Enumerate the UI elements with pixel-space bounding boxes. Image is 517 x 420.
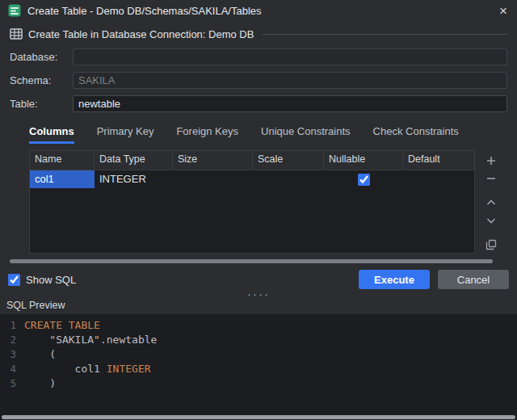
editor-scrollbar-thumb[interactable] xyxy=(2,415,515,419)
columns-grid: Name Data Type Size Scale Nullable Defau… xyxy=(29,150,475,254)
editor-horizontal-scrollbar xyxy=(0,414,517,420)
columns-grid-area: Name Data Type Size Scale Nullable Defau… xyxy=(29,150,507,254)
duplicate-row-button[interactable] xyxy=(481,236,502,254)
group-header: Create Table in Database Connection: Dem… xyxy=(10,26,507,42)
column-header-nullable[interactable]: Nullable xyxy=(324,151,403,170)
move-down-button[interactable] xyxy=(481,212,502,229)
app-icon xyxy=(8,4,21,17)
sql-line: 2 "SAKILA".newtable xyxy=(0,333,517,347)
dialog-body: Create Table in Database Connection: Dem… xyxy=(0,21,517,254)
column-header-size[interactable]: Size xyxy=(173,151,253,170)
tab-primary-key[interactable]: Primary Key xyxy=(97,125,154,144)
splitter-handle[interactable]: ···· xyxy=(0,289,517,299)
grid-body: col1 INTEGER xyxy=(30,170,474,243)
cell-scale[interactable] xyxy=(253,170,324,188)
table-row-field: Table: xyxy=(10,95,507,112)
window-title: Create Table - Demo DB/Schemas/SAKILA/Ta… xyxy=(27,5,491,17)
tab-check-constraints[interactable]: Check Constraints xyxy=(373,125,459,144)
table-name-input[interactable] xyxy=(73,95,507,112)
grid-header: Name Data Type Size Scale Nullable Defau… xyxy=(30,151,474,170)
sql-line: 3 ( xyxy=(0,347,517,362)
tab-columns[interactable]: Columns xyxy=(29,125,74,144)
database-label: Database: xyxy=(10,51,73,63)
sql-preview-title: SQL Preview xyxy=(0,299,517,313)
cell-nullable xyxy=(324,170,403,188)
cell-name[interactable]: col1 xyxy=(30,170,95,188)
database-row: Database: xyxy=(10,48,507,65)
table-row: col1 INTEGER xyxy=(30,170,474,188)
grid-scrollbar-thumb[interactable] xyxy=(10,259,493,263)
schema-row: Schema: xyxy=(10,72,507,89)
sql-line: 5 ) xyxy=(0,376,517,391)
footer-buttons: Execute Cancel xyxy=(359,270,509,289)
group-title: Create Table in Database Connection: Dem… xyxy=(28,28,254,40)
table-icon xyxy=(10,27,23,40)
database-field xyxy=(73,48,507,65)
group-divider xyxy=(263,34,507,35)
line-number: 3 xyxy=(0,347,24,362)
sql-preview-editor[interactable]: 1 CREATE TABLE 2 "SAKILA".newtable 3 ( 4… xyxy=(0,314,517,414)
title-bar: Create Table - Demo DB/Schemas/SAKILA/Ta… xyxy=(0,0,517,21)
add-row-button[interactable] xyxy=(481,152,502,170)
show-sql-checkbox[interactable] xyxy=(8,274,20,286)
line-number: 4 xyxy=(0,362,24,376)
column-header-data-type[interactable]: Data Type xyxy=(95,151,173,170)
line-number: 1 xyxy=(0,318,24,333)
sql-line: 1 CREATE TABLE xyxy=(0,318,517,333)
row-toolbar xyxy=(475,150,507,254)
line-number: 2 xyxy=(0,333,24,347)
tab-foreign-keys[interactable]: Foreign Keys xyxy=(176,125,238,144)
cell-data-type[interactable]: INTEGER xyxy=(95,170,173,188)
cell-size[interactable] xyxy=(173,170,253,188)
cancel-button[interactable]: Cancel xyxy=(438,270,509,289)
grid-horizontal-scrollbar xyxy=(10,259,507,263)
execute-button[interactable]: Execute xyxy=(359,270,430,289)
schema-label: Schema: xyxy=(10,74,73,86)
cell-default[interactable] xyxy=(403,170,474,188)
schema-field xyxy=(73,72,507,89)
show-sql-label: Show SQL xyxy=(26,274,76,286)
tab-unique-constraints[interactable]: Unique Constraints xyxy=(261,125,351,144)
close-icon[interactable]: × xyxy=(498,4,509,18)
table-label: Table: xyxy=(10,98,73,110)
nullable-checkbox[interactable] xyxy=(358,174,370,186)
column-header-name[interactable]: Name xyxy=(30,151,95,170)
move-up-button[interactable] xyxy=(481,194,502,212)
column-header-scale[interactable]: Scale xyxy=(253,151,324,170)
remove-row-button[interactable] xyxy=(481,170,502,187)
show-sql-toggle: Show SQL xyxy=(8,274,76,286)
column-header-default[interactable]: Default xyxy=(403,151,474,170)
tab-bar: Columns Primary Key Foreign Keys Unique … xyxy=(29,125,507,144)
sql-line: 4 col1 INTEGER xyxy=(0,362,517,376)
line-number: 5 xyxy=(0,376,24,391)
